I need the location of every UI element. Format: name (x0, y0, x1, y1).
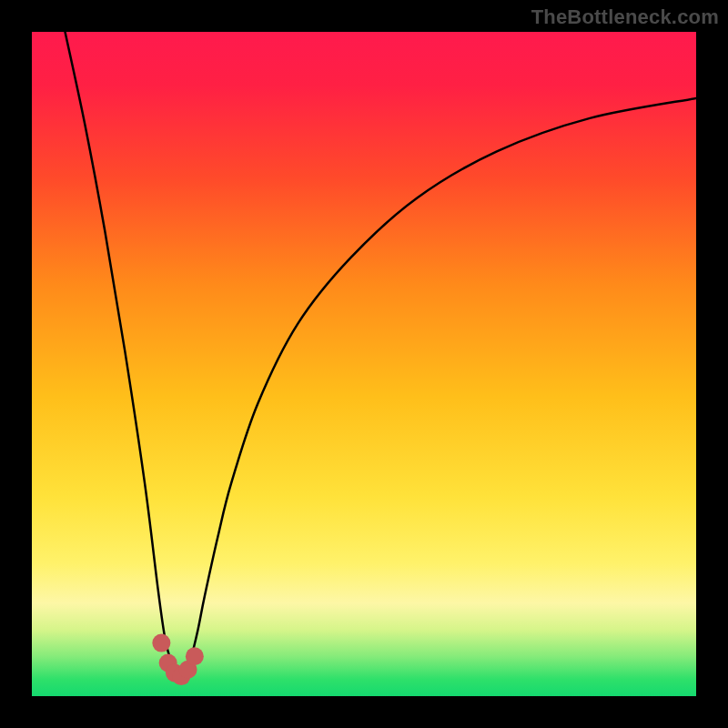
attribution-text: TheBottleneck.com (531, 5, 719, 29)
marker-dot (152, 634, 170, 652)
curve-layer (32, 32, 696, 696)
chart-frame: TheBottleneck.com (0, 0, 728, 728)
plot-area (32, 32, 696, 696)
bottleneck-curve (66, 32, 697, 676)
marker-dot (186, 647, 204, 665)
